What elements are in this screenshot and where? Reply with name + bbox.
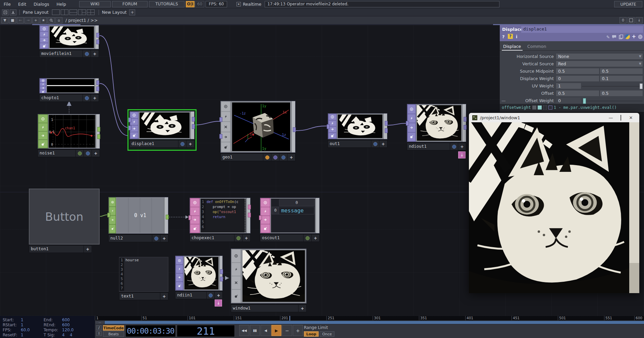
output-connector[interactable]	[385, 128, 388, 133]
layout-hsplit-button[interactable]	[69, 9, 77, 15]
uv-weight-field[interactable]: 1	[556, 83, 581, 89]
rstart-value[interactable]: 1	[21, 323, 23, 327]
cook-flag-icon[interactable]	[39, 132, 47, 139]
output-connector[interactable]	[192, 117, 195, 122]
viewer-flag[interactable]	[84, 149, 92, 157]
lock-flag-icon[interactable]	[109, 225, 115, 233]
input-connector[interactable]	[259, 215, 262, 220]
node-plus-button[interactable]: +	[243, 234, 251, 242]
output-connector[interactable]	[293, 127, 296, 132]
ibeam-button[interactable]: I	[96, 331, 102, 336]
tempo-value[interactable]: 120.0	[62, 328, 73, 332]
bypass-flag-icon[interactable]	[130, 119, 138, 125]
node-name[interactable]: moviefilein1	[39, 50, 83, 58]
node-plus-button[interactable]: +	[287, 153, 296, 161]
speed-plus-button[interactable]: +	[293, 325, 303, 336]
info-icon[interactable]: i	[516, 34, 517, 39]
viewer-flag[interactable]	[371, 140, 379, 148]
playhead-cursor[interactable]	[289, 316, 290, 321]
target-fps-box[interactable]: 60	[195, 1, 204, 7]
layout-single-button[interactable]	[52, 9, 60, 15]
maximize-button[interactable]	[616, 115, 626, 120]
bypass-flag-icon[interactable]	[176, 265, 183, 273]
vertical-source-dropdown[interactable]: Red▼	[556, 61, 643, 67]
active-flag[interactable]	[304, 234, 312, 242]
input-connector[interactable]	[189, 215, 192, 220]
range-handle[interactable]: ...	[95, 321, 104, 324]
output-connector[interactable]	[464, 125, 467, 130]
timecode-mode-button[interactable]: TimeCode	[103, 325, 124, 331]
node-name[interactable]: noise1	[38, 149, 76, 157]
offset-y-field[interactable]: 0.5	[600, 90, 643, 96]
output-connector[interactable]	[220, 277, 223, 281]
cook-flag-icon[interactable]	[221, 132, 230, 142]
lock-flag-icon[interactable]	[221, 142, 230, 152]
tsig-value[interactable]: 4 4	[62, 333, 72, 337]
input-connector[interactable]	[219, 117, 222, 122]
node-name[interactable]: window1	[231, 305, 299, 312]
close-button[interactable]: ✕	[626, 115, 636, 120]
home-icon[interactable]: ⌂	[55, 17, 62, 23]
source-midpoint-x-field[interactable]: 0.5	[556, 68, 599, 74]
node-plus-button[interactable]: +	[160, 234, 168, 242]
menu-edit[interactable]: Edit	[14, 2, 30, 7]
input-connector[interactable]	[327, 124, 330, 129]
input-connector[interactable]	[219, 134, 222, 139]
node-plus-button[interactable]: +	[92, 149, 100, 157]
rewind-button[interactable]: ◀◀	[239, 325, 249, 336]
node-name[interactable]: null2	[108, 234, 152, 242]
bypass-flag-icon[interactable]	[40, 83, 46, 86]
active-flag[interactable]	[234, 234, 243, 242]
node-name[interactable]: geo1	[220, 153, 263, 161]
output-connector[interactable]	[96, 86, 99, 91]
source-midpoint-y-field[interactable]: 0.5	[600, 68, 643, 74]
bypass-flag-icon[interactable]	[191, 207, 199, 215]
viewer-flag-icon[interactable]	[232, 250, 240, 262]
render-flag-icon[interactable]	[232, 276, 240, 289]
viewer-flag-icon[interactable]	[191, 199, 199, 207]
render-flag-icon[interactable]	[221, 122, 230, 131]
lock-flag-icon[interactable]	[176, 282, 183, 290]
cook-flag-icon[interactable]	[130, 126, 138, 132]
node-plus-button[interactable]: +	[160, 292, 168, 300]
layout-three-pane-button[interactable]	[78, 9, 86, 15]
node-plus-button[interactable]: +	[91, 50, 99, 58]
node-name[interactable]: out1	[328, 140, 371, 148]
menu-file[interactable]: File	[0, 2, 14, 7]
node-name[interactable]: oscout1	[260, 234, 304, 242]
output-connector[interactable]	[97, 127, 100, 132]
offset-weight-field[interactable]: 0	[556, 98, 581, 104]
forward-icon[interactable]: →	[24, 17, 32, 23]
lock-flag-icon[interactable]	[232, 290, 240, 302]
expression-value[interactable]: 1 - me.par.uvweight.eval()	[554, 105, 617, 110]
collapse-pane-arrow-icon[interactable]: ↓	[636, 17, 643, 23]
menu-dialogs[interactable]: Dialogs	[30, 2, 53, 7]
lock-flag-icon[interactable]	[39, 140, 47, 148]
end-value[interactable]: 600	[62, 318, 70, 322]
edit-expressions-icon[interactable]: ✎	[606, 35, 610, 40]
bypass-flag-icon[interactable]	[329, 121, 336, 126]
fps-value[interactable]: 60.0	[21, 328, 30, 332]
viewer-flag[interactable]	[83, 94, 91, 102]
cook-flag-icon[interactable]	[408, 123, 415, 132]
displace-weight-y-field[interactable]: 0.1	[600, 76, 643, 81]
output-connector[interactable]	[96, 33, 99, 38]
python-icon[interactable]	[625, 34, 630, 39]
collapse-pane-icon[interactable]	[2, 9, 9, 15]
viewer-flag[interactable]	[178, 140, 186, 148]
pause-button[interactable]: ▮▮	[250, 325, 260, 336]
add-parameter-icon[interactable]: +	[632, 33, 636, 40]
step-back-button[interactable]: ◀	[261, 325, 271, 336]
viewer-flag-icon[interactable]	[109, 198, 115, 206]
node-plus-button[interactable]: +	[312, 234, 320, 242]
viewer-flag[interactable]	[279, 153, 287, 161]
node-name[interactable]: ndiin1	[175, 291, 207, 299]
rend-value[interactable]: 600	[62, 323, 70, 327]
output-connector[interactable]	[248, 213, 251, 217]
tutorials-button[interactable]: TUTORIALS	[149, 1, 184, 7]
bypass-flag-icon[interactable]	[39, 123, 47, 131]
node-name[interactable]: displace1	[129, 140, 178, 148]
viewer-flag-icon[interactable]	[221, 102, 230, 111]
output-connector[interactable]	[464, 117, 467, 122]
cook-flag-icon[interactable]	[176, 274, 183, 281]
